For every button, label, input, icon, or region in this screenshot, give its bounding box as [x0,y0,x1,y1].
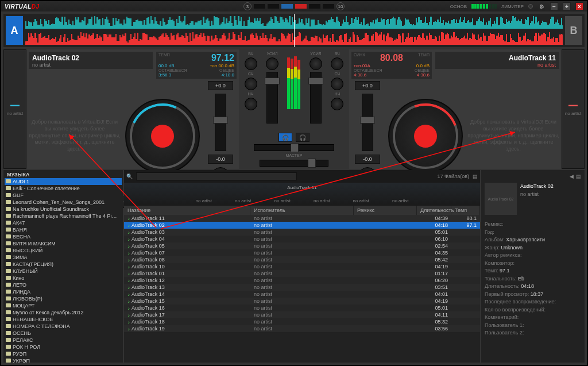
close-button[interactable]: × [575,2,583,10]
deck-a-gain-knob[interactable] [266,57,278,70]
view-options-icon[interactable]: ▤ [473,174,478,179]
folder-item[interactable]: НЕНАШЕНСКОЕ [5,316,122,323]
meter-off-2 [268,4,279,9]
table-row[interactable]: AudioTrack 14no artist04:01 [124,291,480,298]
deck-a-jogwheel[interactable] [125,99,200,174]
folder-item[interactable]: КАСТА(ГРЕЦИЯ) [5,261,122,268]
overview-waveform[interactable]: A B [3,14,585,47]
deck-b-pitch-down[interactable]: -0.0 [355,155,380,164]
side-tab-artist: no artist [7,111,23,116]
master-label: ОСНОВ [450,4,467,9]
table-row[interactable]: AudioTrack 16no artist05:01 [124,305,480,311]
folder-item[interactable]: РУЭП [5,350,122,357]
folder-item[interactable]: КЛУБНЫЙ [5,268,122,275]
table-row[interactable]: AudioTrack 19no artist03:56 [124,325,480,332]
settings-icon[interactable]: ⚙ [537,2,546,10]
metadata-field: Первый просмотр: 18:37 [485,291,581,299]
table-row[interactable]: AudioTrack 10no artist04:19 [124,263,480,270]
table-row[interactable]: AudioTrack 04no artist06:10 [124,236,480,242]
table-row[interactable]: AudioTrack 15no artist04:19 [124,298,480,305]
sidepanel-list-icon[interactable]: ▤ [576,174,581,179]
folder-item[interactable]: ЛЮБОВЬ(Р) [5,295,122,302]
folder-item[interactable]: Музло от Кекса декабрь 2012 [5,309,122,316]
deck-b-pitch-up[interactable]: +0.0 [355,81,380,90]
deck-a-headphone-cue[interactable]: 🎧 [278,133,292,142]
deck-a-pitch-slider[interactable] [215,94,226,151]
deck-a-volume-slider[interactable] [266,72,278,124]
deck-b-letter[interactable]: B [565,16,582,45]
master-volume[interactable] [260,160,328,167]
deck-a-letter[interactable]: A [6,16,23,45]
table-row[interactable]: AudioTrack 03no artist05:01 [124,229,480,236]
maximize-button[interactable]: + [563,2,571,10]
column-bpm: Темп [451,206,480,215]
deck-b-side-tab[interactable]: ▬▬ no artist [562,49,585,169]
folder-item[interactable]: ОСЕНЬ [5,330,122,337]
folder-item[interactable]: Rachmaninoff plays Rachmaninoff The 4 Pi… [5,213,122,219]
deck-a-low-knob[interactable] [245,98,257,110]
deck-b-welcome-text[interactable]: Добро пожаловать в VirtualDJ! Если вы хо… [467,119,559,152]
deck-b-headphone-cue[interactable]: 🎧 [296,133,310,142]
folder-item[interactable]: ЛИНДА [5,288,122,295]
folder-item[interactable]: МОЦАРТ [5,302,122,309]
folder-item[interactable]: БАНЯ [5,226,122,233]
folder-root[interactable]: МУЗЫКА [5,171,122,178]
search-input[interactable] [136,172,297,180]
deck-b-total: 4:38.6 [417,72,430,78]
table-row[interactable]: AudioTrack 11no artist04:3980.1 [124,215,480,222]
deck-b-gain-knob[interactable] [310,57,322,70]
folder-item[interactable]: AUDI 1 [5,178,122,185]
folder-item[interactable]: Кино [5,275,122,282]
minimize-button[interactable]: − [550,2,558,10]
master-vu-meter [287,52,300,109]
table-row[interactable]: AudioTrack 05no artist02:54 [124,242,480,249]
table-row[interactable]: AudioTrack 18no artist05:32 [124,318,480,325]
metadata-field: Тональность: Eb [485,275,581,283]
deck-b-mid-knob[interactable] [331,78,343,90]
folder-item[interactable]: НОМЕРА С ТЕЛЕФОНА [5,323,122,330]
table-row[interactable]: AudioTrack 17no artist04:11 [124,311,480,318]
folder-tree[interactable]: МУЗЫКА AUDI 1Esik - Солнечное сплетениеG… [3,170,123,363]
deck-b-track-info: AudioTrack 11 no artist [435,52,559,69]
deck-a-side-tab[interactable]: ▬▬ no artist [3,49,26,169]
folder-item[interactable]: ВЫСОЦКИЙ [5,247,122,254]
folder-item[interactable]: УКРЭП [5,357,122,363]
table-row[interactable]: AudioTrack 13no artist03:51 [124,284,480,291]
folder-item[interactable]: АК47 [5,219,122,226]
metadata-field: Ремикс: [485,221,581,229]
metadata-field: Длительность: 04:18 [485,283,581,291]
deck-b-low-knob[interactable] [331,98,343,110]
folder-item[interactable]: Esik - Солнечное сплетение [5,185,122,192]
deck-a-mid-knob[interactable] [245,78,257,90]
folder-item[interactable]: GUF [5,192,122,199]
table-row[interactable]: AudioTrack 08no artist05:42 [124,256,480,263]
deck-a-total: 4:18.0 [222,72,234,78]
deck-b-pitch-slider[interactable] [362,94,373,151]
deck-a-welcome-text[interactable]: Добро пожаловать в VirtualDJ! Если вы хо… [29,119,121,152]
search-icon[interactable]: 🔍 [126,174,133,179]
folder-item[interactable]: ЗИМА [5,254,122,261]
crossfader[interactable] [254,144,334,151]
folder-item[interactable]: Na kruchke Unofficial Soundtrack [5,206,122,213]
track-table-body[interactable]: AudioTrack 11no artist04:3980.1AudioTrac… [124,215,480,363]
deck-b-high-knob[interactable] [331,57,343,70]
table-header[interactable]: Название Исполнитель Ремикс Длительность… [124,206,480,215]
deck-b-volume-slider[interactable] [310,72,322,124]
table-row[interactable]: AudioTrack 12no artist06:20 [124,277,480,284]
folder-item[interactable]: ВИТЯ И МАКСИМ [5,240,122,247]
folder-item[interactable]: РОК Н РОЛ [5,344,122,350]
folder-item[interactable]: ЛЕТО [5,282,122,288]
table-row[interactable]: AudioTrack 02no artist04:1897.1 [124,222,480,229]
deck-a-pitch-up[interactable]: +0.0 [208,81,233,90]
metadata-field: Комментарий: [485,314,581,322]
folder-item[interactable]: РЕЛАКС [5,337,122,344]
deck-b-jogwheel[interactable] [388,99,463,174]
deck-a-pitch-down[interactable]: -0.0 [208,155,233,164]
folder-item[interactable]: Leonard Cohen_Ten_New_Songs_2001 [5,199,122,206]
sidepanel-prev-icon[interactable]: ◀ [570,174,574,179]
deck-a-high-knob[interactable] [245,57,257,70]
table-row[interactable]: AudioTrack 07no artist04:35 [124,249,480,256]
column-name: Название [124,206,250,215]
table-row[interactable]: AudioTrack 01no artist01:17 [124,270,480,277]
folder-item[interactable]: ВЕСНА [5,233,122,240]
